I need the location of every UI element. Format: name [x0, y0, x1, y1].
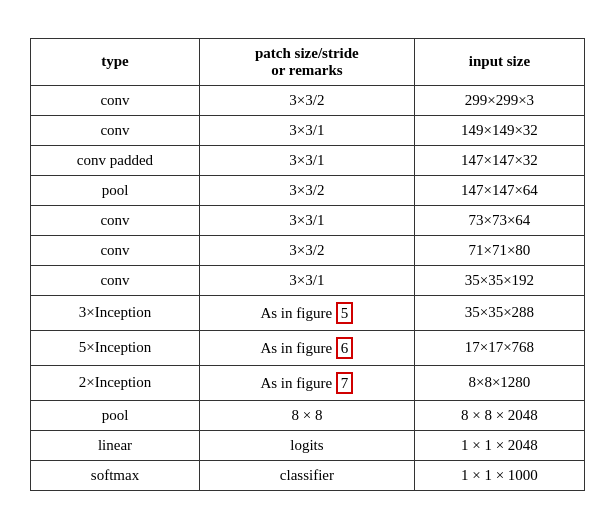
cell-type: conv padded [31, 145, 200, 175]
highlighted-number: 7 [336, 372, 354, 394]
cell-input: 35×35×192 [414, 265, 584, 295]
cell-input: 73×73×64 [414, 205, 584, 235]
cell-patch: 3×3/2 [199, 235, 414, 265]
cell-input: 8×8×1280 [414, 365, 584, 400]
cell-input: 149×149×32 [414, 115, 584, 145]
cell-patch: 8 × 8 [199, 400, 414, 430]
cell-patch: 3×3/1 [199, 265, 414, 295]
cell-patch: logits [199, 430, 414, 460]
table-row: conv3×3/135×35×192 [31, 265, 585, 295]
cell-input: 17×17×768 [414, 330, 584, 365]
highlighted-number: 5 [336, 302, 354, 324]
cell-patch: 3×3/1 [199, 145, 414, 175]
table-row: conv3×3/271×71×80 [31, 235, 585, 265]
header-input: input size [414, 38, 584, 85]
table-row: conv3×3/1149×149×32 [31, 115, 585, 145]
header-patch-label: patch size/stride [255, 45, 359, 61]
table-wrapper: type patch size/stride or remarks input … [0, 18, 615, 511]
table-row: linearlogits1 × 1 × 2048 [31, 430, 585, 460]
header-input-label: input size [469, 53, 530, 69]
cell-input: 147×147×32 [414, 145, 584, 175]
cell-input: 8 × 8 × 2048 [414, 400, 584, 430]
cell-input: 147×147×64 [414, 175, 584, 205]
table-row: 2×InceptionAs in figure 78×8×1280 [31, 365, 585, 400]
table-row: 5×InceptionAs in figure 617×17×768 [31, 330, 585, 365]
cell-patch: 3×3/2 [199, 85, 414, 115]
table-row: conv3×3/2299×299×3 [31, 85, 585, 115]
cell-type: conv [31, 85, 200, 115]
table-row: pool8 × 88 × 8 × 2048 [31, 400, 585, 430]
cell-type: 2×Inception [31, 365, 200, 400]
cell-type: conv [31, 205, 200, 235]
cell-type: pool [31, 400, 200, 430]
cell-patch: 3×3/1 [199, 115, 414, 145]
cell-type: linear [31, 430, 200, 460]
cell-patch: classifier [199, 460, 414, 490]
header-patch: patch size/stride or remarks [199, 38, 414, 85]
cell-patch: As in figure 5 [199, 295, 414, 330]
header-type-label: type [101, 53, 129, 69]
table-row: conv padded3×3/1147×147×32 [31, 145, 585, 175]
cell-input: 71×71×80 [414, 235, 584, 265]
table-row: softmaxclassifier1 × 1 × 1000 [31, 460, 585, 490]
cell-patch: 3×3/2 [199, 175, 414, 205]
table-row: conv3×3/173×73×64 [31, 205, 585, 235]
header-patch-sub: or remarks [271, 62, 343, 78]
cell-input: 35×35×288 [414, 295, 584, 330]
cell-type: conv [31, 265, 200, 295]
highlighted-number: 6 [336, 337, 354, 359]
table-row: 3×InceptionAs in figure 535×35×288 [31, 295, 585, 330]
cell-type: 3×Inception [31, 295, 200, 330]
cell-type: pool [31, 175, 200, 205]
cell-type: softmax [31, 460, 200, 490]
table-row: pool3×3/2147×147×64 [31, 175, 585, 205]
cell-input: 1 × 1 × 1000 [414, 460, 584, 490]
main-table: type patch size/stride or remarks input … [30, 38, 585, 491]
cell-patch: As in figure 6 [199, 330, 414, 365]
cell-input: 1 × 1 × 2048 [414, 430, 584, 460]
cell-type: 5×Inception [31, 330, 200, 365]
cell-input: 299×299×3 [414, 85, 584, 115]
header-type: type [31, 38, 200, 85]
cell-type: conv [31, 115, 200, 145]
cell-patch: As in figure 7 [199, 365, 414, 400]
cell-patch: 3×3/1 [199, 205, 414, 235]
cell-type: conv [31, 235, 200, 265]
